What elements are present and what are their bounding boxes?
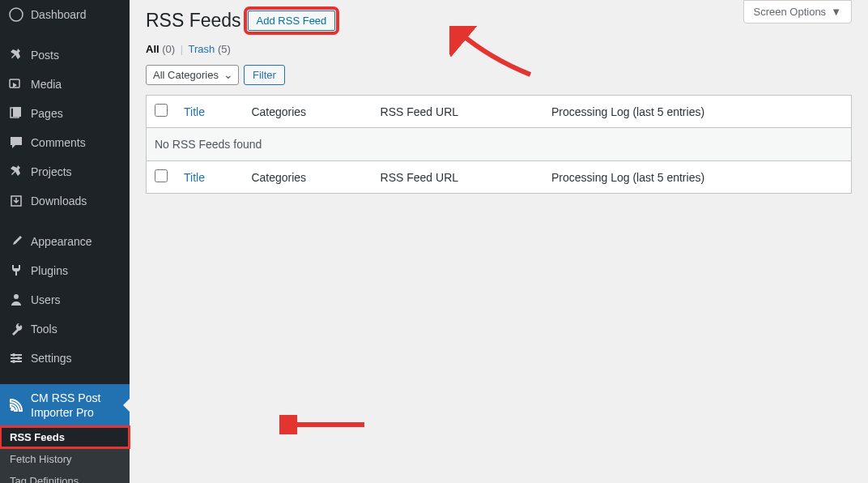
select-all-checkbox-footer[interactable] <box>155 169 168 182</box>
sidebar-label: Tools <box>31 322 57 336</box>
sidebar-item-users[interactable]: Users <box>0 285 130 314</box>
rss-icon <box>8 397 24 413</box>
media-icon <box>8 76 24 92</box>
svg-point-10 <box>17 357 20 360</box>
sidebar-spacer <box>0 373 130 384</box>
pin-icon <box>8 164 24 180</box>
download-icon <box>8 193 24 209</box>
sidebar-label: Pages <box>31 106 63 121</box>
filter-button[interactable]: Filter <box>244 65 285 85</box>
admin-sidebar: Dashboard Posts Media Pages Comments Pro… <box>0 0 130 483</box>
sidebar-item-downloads[interactable]: Downloads <box>0 186 130 216</box>
user-icon <box>8 292 24 308</box>
sidebar-label: CM RSS Post Importer Pro <box>31 391 123 420</box>
main-content: Screen Options ▼ RSS Feeds Add RSS Feed … <box>130 0 868 483</box>
col-title[interactable]: Title <box>176 96 243 128</box>
submenu-rss-feeds[interactable]: RSS Feeds <box>0 426 130 448</box>
col-url-footer: RSS Feed URL <box>372 161 543 194</box>
page-title: RSS Feeds <box>146 10 241 32</box>
select-all-header <box>147 96 177 128</box>
svg-point-9 <box>12 353 15 357</box>
col-title-footer[interactable]: Title <box>176 161 243 194</box>
add-rss-feed-button[interactable]: Add RSS Feed <box>248 11 336 31</box>
sidebar-item-rss-importer[interactable]: CM RSS Post Importer Pro <box>0 384 130 426</box>
sidebar-item-projects[interactable]: Projects <box>0 157 130 186</box>
select-all-checkbox[interactable] <box>155 104 168 117</box>
sidebar-label: Users <box>31 293 61 307</box>
svg-point-5 <box>14 294 19 299</box>
col-log-footer: Processing Log (last 5 entries) <box>543 161 852 194</box>
col-categories-footer: Categories <box>243 161 372 194</box>
sidebar-label: Comments <box>31 135 86 150</box>
sidebar-label: Posts <box>31 48 59 62</box>
tablenav: All Categories Filter <box>146 65 852 85</box>
sidebar-spacer <box>0 216 130 227</box>
wrench-icon <box>8 321 24 337</box>
sidebar-item-dashboard[interactable]: Dashboard <box>0 0 130 29</box>
comment-icon <box>8 135 24 151</box>
view-filters: All (0) | Trash (5) <box>146 43 852 55</box>
sidebar-item-tools[interactable]: Tools <box>0 314 130 344</box>
pin-icon <box>8 47 24 63</box>
rss-feeds-table: Title Categories RSS Feed URL Processing… <box>146 95 852 194</box>
sidebar-label: Dashboard <box>31 7 87 22</box>
category-select[interactable]: All Categories <box>146 65 239 85</box>
filter-all[interactable]: All <box>146 43 160 55</box>
sidebar-label: Appearance <box>31 234 92 249</box>
sidebar-label: Media <box>31 77 62 92</box>
sidebar-item-appearance[interactable]: Appearance <box>0 227 130 256</box>
submenu-tag-definitions[interactable]: Tag Definitions <box>0 470 130 483</box>
sidebar-item-comments[interactable]: Comments <box>0 128 130 157</box>
gear-icon <box>8 350 24 366</box>
annotation-arrow-2 <box>279 415 368 437</box>
sidebar-item-plugins[interactable]: Plugins <box>0 256 130 285</box>
col-url: RSS Feed URL <box>372 96 543 128</box>
sidebar-item-media[interactable]: Media <box>0 70 130 99</box>
sidebar-label: Projects <box>31 165 72 179</box>
col-categories: Categories <box>243 96 372 128</box>
sidebar-item-pages[interactable]: Pages <box>0 99 130 128</box>
dashboard-icon <box>8 6 24 23</box>
plug-icon <box>8 263 24 279</box>
submenu-fetch-history[interactable]: Fetch History <box>0 448 130 470</box>
brush-icon <box>8 233 24 250</box>
sidebar-label: Downloads <box>31 194 87 208</box>
screen-options-container: Screen Options ▼ <box>743 0 852 24</box>
select-all-footer <box>147 161 177 194</box>
table-row-empty: No RSS Feeds found <box>147 128 852 161</box>
screen-options-tab[interactable]: Screen Options ▼ <box>743 0 852 24</box>
sidebar-label: Plugins <box>31 263 68 278</box>
filter-trash[interactable]: Trash <box>189 43 215 55</box>
col-log: Processing Log (last 5 entries) <box>543 96 852 128</box>
sidebar-spacer <box>0 29 130 41</box>
sidebar-item-posts[interactable]: Posts <box>0 41 130 70</box>
page-icon <box>8 105 24 122</box>
sidebar-item-settings[interactable]: Settings <box>0 344 130 373</box>
sidebar-submenu: RSS Feeds Fetch History Tag Definitions <box>0 426 130 483</box>
svg-rect-3 <box>13 107 21 117</box>
chevron-down-icon: ▼ <box>831 6 841 18</box>
sidebar-label: Settings <box>31 351 72 365</box>
svg-point-11 <box>12 360 15 363</box>
